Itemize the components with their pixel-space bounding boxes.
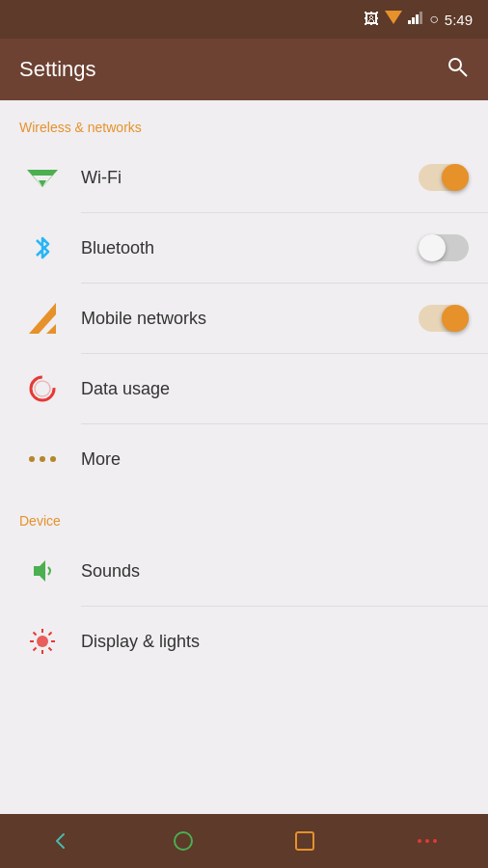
- bluetooth-label: Bluetooth: [81, 238, 154, 258]
- svg-point-28: [418, 839, 421, 843]
- bluetooth-icon: [19, 232, 66, 263]
- mobile-networks-toggle-container[interactable]: [419, 305, 469, 332]
- more-dots: [29, 456, 56, 462]
- data-usage-label-container: Data usage: [66, 379, 469, 399]
- settings-item-bluetooth[interactable]: Bluetooth: [0, 213, 488, 283]
- search-button[interactable]: [446, 55, 469, 84]
- wifi-status-icon: [385, 11, 402, 28]
- svg-point-5: [449, 59, 461, 70]
- more-icon: [19, 456, 66, 462]
- bluetooth-toggle-container[interactable]: [419, 234, 469, 261]
- data-usage-label: Data usage: [81, 379, 170, 398]
- bluetooth-toggle-thumb: [419, 234, 446, 261]
- home-button[interactable]: [154, 814, 212, 868]
- svg-point-14: [35, 381, 50, 396]
- display-label-container: Display & lights: [66, 632, 469, 652]
- more-label-container: More: [66, 449, 469, 470]
- svg-rect-26: [296, 832, 313, 850]
- settings-item-more[interactable]: More: [0, 424, 488, 494]
- status-time: 5:49: [445, 12, 473, 28]
- back-button[interactable]: [32, 814, 90, 868]
- svg-point-25: [175, 832, 192, 850]
- recent-button[interactable]: [276, 814, 334, 868]
- mobile-networks-toggle-thumb: [442, 305, 469, 332]
- status-bar: 🖼 ○ 5:49: [0, 0, 488, 39]
- sounds-label-container: Sounds: [66, 561, 469, 582]
- settings-item-data-usage[interactable]: Data usage: [0, 354, 488, 423]
- svg-rect-1: [408, 20, 411, 24]
- more-label: More: [81, 449, 121, 469]
- settings-item-sounds[interactable]: Sounds: [0, 536, 488, 606]
- image-icon: 🖼: [364, 11, 379, 28]
- svg-rect-4: [420, 12, 422, 24]
- signal-status-icon: [408, 11, 423, 28]
- wifi-toggle-container[interactable]: [419, 164, 469, 191]
- dot-1: [29, 456, 35, 462]
- section-header-wireless: Wireless & networks: [0, 100, 488, 143]
- svg-point-29: [433, 839, 437, 843]
- svg-line-24: [34, 648, 37, 651]
- mobile-networks-toggle[interactable]: [419, 305, 469, 332]
- settings-item-display[interactable]: Display & lights: [0, 607, 488, 676]
- settings-item-wifi[interactable]: Wi-Fi: [0, 143, 488, 212]
- wifi-label-container: Wi-Fi: [66, 168, 419, 188]
- menu-button[interactable]: [398, 814, 456, 868]
- bluetooth-label-container: Bluetooth: [66, 238, 419, 258]
- svg-point-27: [425, 839, 429, 843]
- svg-line-22: [49, 648, 52, 651]
- page-title: Settings: [19, 57, 96, 82]
- svg-rect-2: [412, 17, 415, 24]
- mobile-networks-icon: [19, 303, 66, 334]
- mobile-networks-label-container: Mobile networks: [66, 309, 419, 329]
- svg-rect-3: [416, 14, 419, 24]
- bluetooth-toggle[interactable]: [419, 234, 469, 261]
- battery-status-icon: ○: [429, 11, 439, 28]
- dot-3: [50, 456, 56, 462]
- wifi-label: Wi-Fi: [81, 168, 122, 187]
- mobile-networks-label: Mobile networks: [81, 309, 206, 328]
- data-usage-icon: [19, 373, 66, 404]
- sounds-icon: [19, 556, 66, 585]
- svg-marker-0: [385, 11, 402, 24]
- dot-2: [40, 456, 45, 462]
- svg-marker-15: [34, 560, 45, 582]
- wifi-toggle[interactable]: [419, 164, 469, 191]
- sounds-label: Sounds: [81, 561, 140, 581]
- svg-line-23: [49, 633, 52, 636]
- settings-content: Wireless & networks Wi-Fi Bluetooth: [0, 100, 488, 814]
- section-header-device: Device: [0, 494, 488, 536]
- svg-line-21: [34, 633, 37, 636]
- status-icons: 🖼 ○ 5:49: [364, 11, 473, 28]
- svg-point-16: [37, 636, 48, 647]
- settings-item-mobile-networks[interactable]: Mobile networks: [0, 284, 488, 353]
- display-icon: [19, 627, 66, 656]
- wifi-icon: [19, 166, 66, 189]
- nav-bar: [0, 814, 488, 868]
- wifi-toggle-thumb: [442, 164, 469, 191]
- svg-line-6: [460, 69, 467, 76]
- display-label: Display & lights: [81, 632, 200, 651]
- toolbar: Settings: [0, 39, 488, 100]
